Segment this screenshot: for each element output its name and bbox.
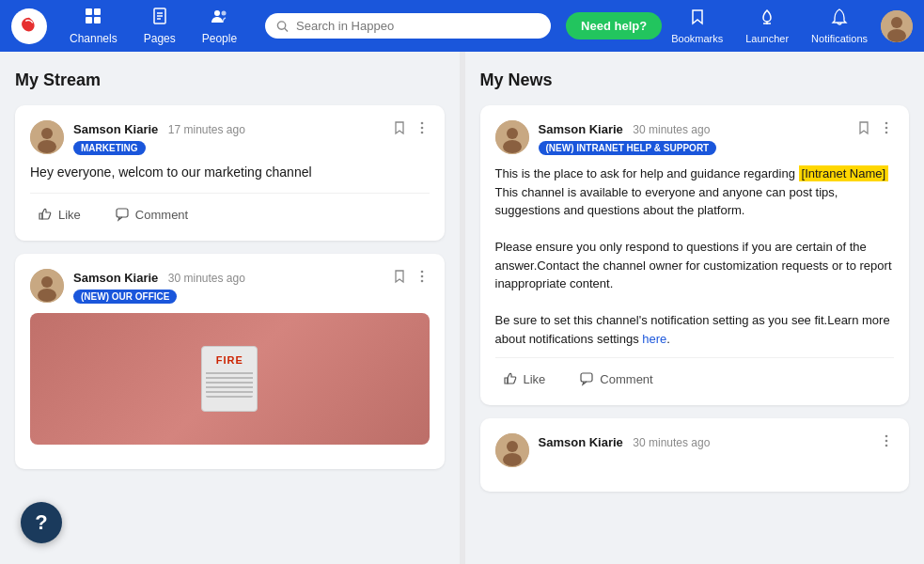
svg-rect-0 [86,8,92,15]
svg-point-34 [885,127,888,130]
notifications-label: Notifications [811,33,868,44]
news-channel-badge-1[interactable]: (NEW) INTRANET HELP & SUPPORT [539,141,717,155]
header-actions: Bookmarks Launcher Notifications [662,2,913,50]
user-avatar[interactable] [881,10,913,42]
svg-rect-3 [94,17,101,24]
svg-point-40 [885,435,888,438]
news-like-label-1: Like [524,372,546,386]
news-header-2: Samson Kiarie 30 minutes ago [495,433,895,467]
launcher-icon [758,8,776,31]
bookmark-icon-2[interactable] [392,269,407,288]
stream-post-1: Samson Kiarie 17 minutes ago MARKETING H… [15,105,445,241]
svg-point-35 [885,132,888,134]
search-bar[interactable] [265,13,551,39]
post-time-2: 30 minutes ago [168,272,245,285]
logo[interactable] [11,8,47,44]
svg-point-8 [214,10,220,16]
news-meta-2: Samson Kiarie 30 minutes ago [539,433,880,450]
news-content-1: This is the place to ask for help and gu… [495,164,895,348]
news-comment-button-1[interactable]: Comment [572,368,660,390]
svg-point-29 [420,280,423,283]
channel-badge-1[interactable]: MARKETING [73,141,146,155]
svg-rect-23 [117,209,128,217]
svg-rect-36 [581,373,592,382]
post-author-2: Samson Kiarie [73,271,158,285]
news-author-1: Samson Kiarie [539,122,623,136]
like-button-1[interactable]: Like [30,203,88,226]
svg-point-21 [420,127,423,130]
post-meta-1: Samson Kiarie 17 minutes ago MARKETING [73,120,392,155]
alarm-box: FIRE [201,346,258,412]
news-title: My News [480,70,910,90]
svg-line-11 [285,28,288,31]
post-footer-1: Like Comment [30,193,430,226]
launcher-label: Launcher [745,33,789,44]
news-bookmark-icon-1[interactable] [856,120,871,139]
channel-badge-2[interactable]: (NEW) OUR OFFICE [73,290,177,304]
news-avatar-2 [495,433,529,467]
post-time-1: 17 minutes ago [168,123,245,136]
post-avatar-2 [30,269,64,303]
svg-point-42 [885,445,888,447]
alarm-grille [206,369,253,398]
news-meta-1: Samson Kiarie 30 minutes ago (NEW) INTRA… [539,120,857,155]
post-header-1: Samson Kiarie 17 minutes ago MARKETING [30,120,430,155]
news-author-2: Samson Kiarie [539,435,623,449]
news-footer-1: Like Comment [495,357,895,390]
like-label-1: Like [58,208,81,222]
comment-button-1[interactable]: Comment [107,203,196,226]
search-input[interactable] [296,19,540,33]
bookmarks-action[interactable]: Bookmarks [662,2,732,50]
more-icon-1[interactable] [415,120,430,139]
news-header-1: Samson Kiarie 30 minutes ago (NEW) INTRA… [495,120,895,155]
post-header-2: Samson Kiarie 30 minutes ago (NEW) OUR O… [30,269,430,304]
post-avatar-1 [30,120,64,154]
notifications-icon [830,8,849,31]
news-more-icon-2[interactable] [879,433,894,452]
launcher-action[interactable]: Launcher [736,2,798,50]
svg-point-10 [277,21,285,28]
notifications-link[interactable]: here [642,332,666,346]
need-help-button[interactable]: Need help? [566,12,662,39]
people-icon [210,7,228,30]
post-meta-2: Samson Kiarie 30 minutes ago (NEW) OUR O… [73,269,392,304]
svg-point-33 [885,122,888,125]
svg-point-32 [503,140,522,153]
svg-point-28 [420,275,423,278]
svg-point-38 [507,441,518,452]
news-top-actions-2 [879,433,894,452]
news-time-1: 30 minutes ago [633,123,710,136]
alarm-text: FIRE [216,354,243,366]
news-period: . [666,332,670,346]
channels-icon [84,7,102,30]
more-icon-2[interactable] [415,269,430,288]
news-more-icon-1[interactable] [879,120,894,139]
svg-point-22 [420,132,423,134]
nav-pages[interactable]: Pages [131,1,189,51]
svg-point-26 [38,289,56,302]
nav-people[interactable]: People [189,1,250,51]
svg-point-20 [420,122,423,125]
news-card-2: Samson Kiarie 30 minutes ago [480,418,910,492]
news-top-actions-1 [856,120,894,139]
news-like-button-1[interactable]: Like [495,368,554,390]
fire-alarm-graphic: FIRE [201,346,258,412]
my-stream-section: My Stream Samson Kiarie 17 minutes ago M… [0,52,460,564]
post-image-2: FIRE [30,313,430,445]
bookmarks-label: Bookmarks [671,33,723,44]
help-fab[interactable]: ? [21,502,62,543]
news-avatar-1 [495,120,529,154]
news-comment-label-1: Comment [600,372,652,386]
stream-title: My Stream [15,70,445,90]
svg-rect-2 [86,17,92,24]
bookmark-icon-1[interactable] [392,120,407,139]
channels-label: Channels [70,32,117,45]
post-content-1: Hey everyone, welcom to our marketing ch… [30,164,430,180]
nav-channels[interactable]: Channels [56,1,131,51]
svg-point-19 [38,140,56,153]
notifications-action[interactable]: Notifications [802,2,877,50]
post-top-actions-1 [392,120,430,139]
svg-point-25 [41,276,53,288]
my-news-section: My News Samson Kiarie 30 minutes ago (NE… [465,52,925,564]
search-icon [276,20,289,33]
